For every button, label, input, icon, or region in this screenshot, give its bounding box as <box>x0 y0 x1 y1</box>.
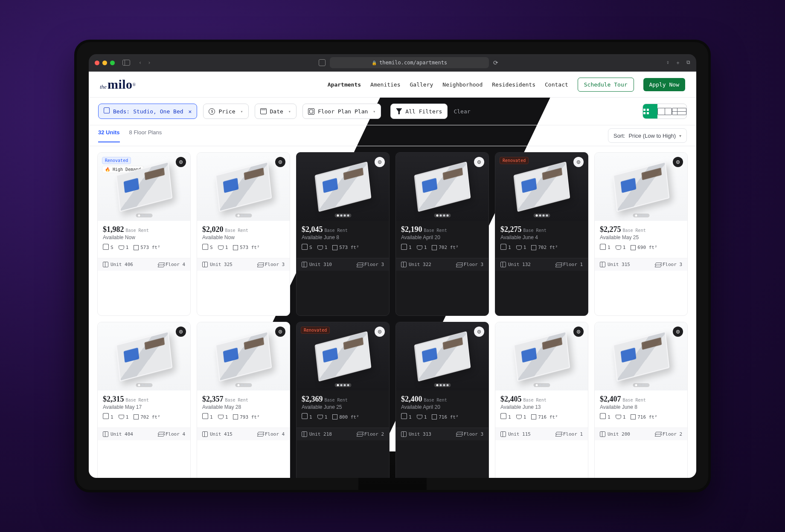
unit-thumbnail[interactable]: ⊜ <box>197 153 290 221</box>
carousel-dots[interactable] <box>136 214 152 217</box>
carousel-dots[interactable] <box>334 383 351 387</box>
unit-thumbnail[interactable]: Renovated 🔥 High Demand ⊜ <box>98 153 190 221</box>
filter-beds-chip[interactable]: Beds: Studio, One Bed ✕ <box>98 104 197 119</box>
clear-beds-icon[interactable]: ✕ <box>189 108 192 115</box>
carousel-dots[interactable] <box>434 214 451 217</box>
nav-amenities[interactable]: Amenities <box>370 81 400 88</box>
base-rent-label: Base Rent <box>225 398 248 402</box>
spec-sqft: 702 ft² <box>432 245 458 250</box>
tab-floorplans[interactable]: 8 Floor Plans <box>129 129 162 142</box>
filter-floorplan-chip[interactable]: Floor Plan Plan ▾ <box>302 104 381 119</box>
unit-availability: Available June 8 <box>302 234 384 240</box>
nav-residents[interactable]: Residesidents <box>492 81 535 88</box>
virtual-tour-icon[interactable]: ⊜ <box>275 327 285 337</box>
unit-card[interactable]: ⊜ $2,400Base Rent Available April 20 1 1… <box>395 322 489 478</box>
bed-icon <box>103 415 109 419</box>
carousel-dots[interactable] <box>235 383 252 387</box>
carousel-dots[interactable] <box>633 214 649 217</box>
unit-icon <box>103 431 108 437</box>
spec-baths: 1 <box>317 245 328 250</box>
sidebar-toggle-icon[interactable] <box>122 60 130 66</box>
unit-thumbnail[interactable]: ⊜ <box>197 322 290 390</box>
view-list-button[interactable] <box>672 104 686 119</box>
unit-card[interactable]: ⊜ $2,190Base Rent Available April 20 1 1… <box>395 152 489 316</box>
filter-price-chip[interactable]: $ Price ▾ <box>203 104 248 119</box>
unit-card[interactable]: Renovated ⊜ $2,369Base Rent Available Ju… <box>296 322 390 478</box>
back-icon[interactable]: ‹ <box>139 60 142 66</box>
view-grid-button[interactable] <box>643 104 657 119</box>
privacy-shield-icon[interactable] <box>319 59 326 66</box>
nav-neighborhood[interactable]: Neighborhood <box>442 81 483 88</box>
unit-thumbnail[interactable]: ⊜ <box>495 322 588 390</box>
filter-beds-value: Studio, One Bed <box>133 108 183 115</box>
brand-logo[interactable]: themilo® <box>100 77 136 92</box>
bath-icon <box>516 415 522 419</box>
traffic-lights[interactable] <box>95 61 115 65</box>
carousel-dots[interactable] <box>434 383 451 387</box>
virtual-tour-icon[interactable]: ⊜ <box>375 157 385 167</box>
refresh-icon[interactable]: ⟳ <box>493 59 498 66</box>
virtual-tour-icon[interactable]: ⊜ <box>573 157 584 167</box>
virtual-tour-icon[interactable]: ⊜ <box>474 157 484 167</box>
virtual-tour-icon[interactable]: ⊜ <box>673 157 683 167</box>
carousel-dots[interactable] <box>533 383 550 387</box>
unit-floor: Floor 2 <box>357 431 384 437</box>
unit-card[interactable]: ⊜ $2,275Base Rent Available May 25 1 1 6… <box>594 152 688 316</box>
unit-card[interactable]: ⊜ $2,045Base Rent Available June 8 S 1 5… <box>296 152 390 316</box>
carousel-dots[interactable] <box>136 383 152 387</box>
unit-card[interactable]: ⊜ $2,407Base Rent Available June 8 1 1 7… <box>594 322 688 478</box>
nav-apartments[interactable]: Apartments <box>328 81 361 88</box>
tab-units[interactable]: 32 Units <box>98 129 120 142</box>
tabs-overview-icon[interactable]: ⧉ <box>686 59 690 66</box>
unit-thumbnail[interactable]: ⊜ <box>396 153 488 221</box>
virtual-tour-icon[interactable]: ⊜ <box>176 327 186 337</box>
unit-card[interactable]: Renovated 🔥 High Demand ⊜ $1,982Base Ren… <box>97 152 191 316</box>
clear-filters-button[interactable]: Clear <box>454 108 470 115</box>
new-tab-icon[interactable]: ＋ <box>675 59 680 66</box>
unit-thumbnail[interactable]: ⊜ <box>297 153 389 221</box>
filter-date-chip[interactable]: Date ▾ <box>255 104 297 119</box>
unit-thumbnail[interactable]: Renovated ⊜ <box>495 153 588 221</box>
virtual-tour-icon[interactable]: ⊜ <box>673 327 683 337</box>
minimize-window-icon[interactable] <box>102 61 107 65</box>
unit-thumbnail[interactable]: Renovated ⊜ <box>297 322 389 390</box>
schedule-tour-button[interactable]: Schedule Tour <box>578 78 634 92</box>
sort-dropdown[interactable]: Sort: Price (Low to High) ▾ <box>608 128 687 143</box>
carousel-dots[interactable] <box>633 383 649 387</box>
virtual-tour-icon[interactable]: ⊜ <box>474 327 484 337</box>
apply-now-button[interactable]: Apply Now <box>643 78 685 91</box>
unit-thumbnail[interactable]: ⊜ <box>98 322 190 390</box>
unit-thumbnail[interactable]: ⊜ <box>396 322 488 390</box>
carousel-dots[interactable] <box>334 214 351 217</box>
virtual-tour-icon[interactable]: ⊜ <box>275 157 285 167</box>
filter-all-chip[interactable]: All Filters <box>390 104 448 119</box>
unit-thumbnail[interactable]: ⊜ <box>595 153 687 221</box>
address-bar[interactable]: 🔒 themilo.com/apartments <box>330 57 489 68</box>
carousel-dots[interactable] <box>235 214 252 217</box>
spec-sqft: 573 ft² <box>134 245 160 250</box>
base-rent-label: Base Rent <box>225 228 248 233</box>
unit-card[interactable]: ⊜ $2,405Base Rent Available June 13 1 1 … <box>495 322 588 478</box>
spec-baths: 1 <box>516 414 526 420</box>
sort-value: Price (Low to High) <box>628 133 676 139</box>
virtual-tour-icon[interactable]: ⊜ <box>573 327 584 337</box>
unit-card[interactable]: ⊜ $2,020Base Rent Available Now S 1 573 … <box>197 152 290 316</box>
share-icon[interactable]: ⇪ <box>666 59 669 66</box>
close-window-icon[interactable] <box>95 61 99 65</box>
spec-beds: 1 <box>401 414 412 420</box>
unit-card[interactable]: ⊜ $2,315Base Rent Available May 17 1 1 7… <box>97 322 191 478</box>
forward-icon[interactable]: › <box>148 60 151 66</box>
spec-beds: 1 <box>302 414 312 420</box>
unit-thumbnail[interactable]: ⊜ <box>595 322 687 390</box>
virtual-tour-icon[interactable]: ⊜ <box>375 327 385 337</box>
unit-meta: Unit 310 Floor 3 <box>297 258 389 271</box>
floor-icon <box>158 263 163 267</box>
unit-card[interactable]: Renovated ⊜ $2,275Base Rent Available Ju… <box>495 152 588 316</box>
view-split-button[interactable] <box>657 104 672 119</box>
fullscreen-window-icon[interactable] <box>110 61 115 65</box>
unit-card[interactable]: ⊜ $2,357Base Rent Available May 28 1 1 7… <box>197 322 290 478</box>
virtual-tour-icon[interactable]: ⊜ <box>176 157 186 167</box>
nav-gallery[interactable]: Gallery <box>410 81 433 88</box>
nav-contact[interactable]: Contact <box>545 81 568 88</box>
carousel-dots[interactable] <box>533 214 550 217</box>
